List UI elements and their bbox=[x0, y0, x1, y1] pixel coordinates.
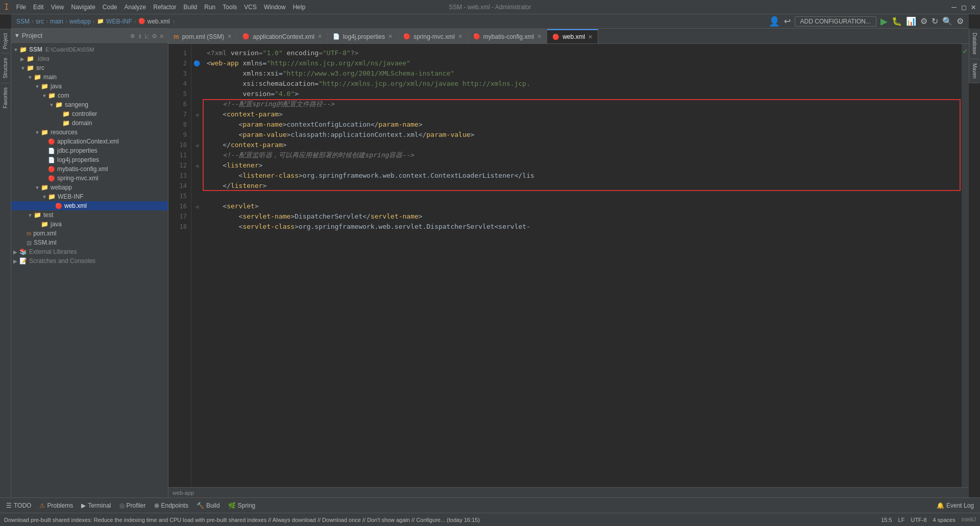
tree-item-pom[interactable]: m pom.xml bbox=[11, 229, 168, 238]
breadcrumb-webxml[interactable]: 🔴web.xml bbox=[138, 18, 170, 25]
tree-item-main[interactable]: ▼ 📁 main bbox=[11, 73, 168, 82]
ide-brand: IntelliJ bbox=[962, 517, 976, 522]
tree-item-webxml[interactable]: 🔴 web.xml bbox=[11, 201, 168, 210]
menu-code[interactable]: Code bbox=[100, 3, 120, 12]
tab-webxml[interactable]: 🔴 web.xml ✕ bbox=[547, 29, 598, 43]
bottom-tab-spring[interactable]: 🌿 Spring bbox=[224, 500, 260, 511]
tree-item-log4j[interactable]: 📄 log4j.properties bbox=[11, 155, 168, 164]
profile-run-button[interactable]: 📊 bbox=[906, 16, 916, 26]
tree-item-test-java[interactable]: 📁 java bbox=[11, 220, 168, 229]
tree-item-appctx[interactable]: 🔴 applicationContext.xml bbox=[11, 137, 168, 146]
expand-all-icon[interactable]: ↕ bbox=[138, 32, 142, 40]
project-tab[interactable]: Project bbox=[1, 29, 10, 53]
cursor-position[interactable]: 15:5 bbox=[881, 517, 892, 523]
breadcrumb-webinf[interactable]: 📁WEB-INF bbox=[97, 18, 132, 25]
menu-refactor[interactable]: Refactor bbox=[150, 3, 179, 12]
tab-log4j-close[interactable]: ✕ bbox=[388, 33, 393, 40]
tree-item-src[interactable]: ▼ 📁 src bbox=[11, 63, 168, 73]
terminal-label: Terminal bbox=[88, 502, 111, 509]
code-content[interactable]: <?xml version="1.0" encoding="UTF-8"?> <… bbox=[203, 44, 962, 487]
menu-run[interactable]: Run bbox=[201, 3, 218, 12]
tree-item-jdbc[interactable]: 📄 jdbc.properties bbox=[11, 146, 168, 155]
maven-tab[interactable]: Maven bbox=[970, 59, 979, 83]
tree-item-sangeng[interactable]: ▼ 📁 sangeng bbox=[11, 100, 168, 109]
tree-item-ssmiml[interactable]: ▤ SSM.iml bbox=[11, 238, 168, 247]
bottom-tab-todo[interactable]: ☰ TODO bbox=[2, 500, 35, 511]
breadcrumb-ssm[interactable]: SSM bbox=[16, 18, 30, 25]
database-tab[interactable]: Database bbox=[970, 29, 979, 59]
project-close-icon[interactable]: ✕ bbox=[160, 32, 164, 40]
bottom-tab-profiler[interactable]: ◎ Profiler bbox=[115, 500, 150, 511]
minimize-button[interactable]: — bbox=[951, 2, 957, 12]
settings-icon[interactable]: ⚙ bbox=[957, 16, 964, 26]
tree-item-springmvc[interactable]: 🔴 spring-mvc.xml bbox=[11, 174, 168, 183]
event-log-button[interactable]: 🔔 Event Log bbox=[933, 500, 978, 511]
profile-icon[interactable]: 👤 bbox=[769, 16, 780, 27]
add-config-button[interactable]: ADD CONFIGURATION... bbox=[795, 16, 876, 27]
tree-item-test[interactable]: ▼ 📁 test bbox=[11, 210, 168, 220]
breadcrumb-webapp[interactable]: webapp bbox=[69, 18, 91, 25]
menu-edit[interactable]: Edit bbox=[30, 3, 47, 12]
maximize-button[interactable]: □ bbox=[962, 3, 966, 11]
tab-webxml-close[interactable]: ✕ bbox=[588, 34, 593, 40]
tree-item-mybatis[interactable]: 🔴 mybatis-config.xml bbox=[11, 164, 168, 174]
menu-analyze[interactable]: Analyze bbox=[121, 3, 150, 12]
bottom-tab-terminal[interactable]: ▶ Terminal bbox=[77, 500, 115, 511]
debug-button[interactable]: 🐛 bbox=[892, 16, 902, 26]
run-config-button[interactable]: ⚙ bbox=[920, 16, 927, 26]
menu-file[interactable]: File bbox=[13, 3, 29, 12]
menu-build[interactable]: Build bbox=[181, 3, 201, 12]
tab-appctx[interactable]: 🔴 applicationContext.xml ✕ bbox=[237, 29, 328, 43]
tab-mybatis-close[interactable]: ✕ bbox=[537, 33, 542, 40]
update-button[interactable]: ↻ bbox=[932, 16, 938, 26]
encoding[interactable]: UTF-8 bbox=[911, 517, 926, 523]
project-settings-icon[interactable]: ⚙ bbox=[152, 32, 156, 40]
bottom-tab-build[interactable]: 🔨 Build bbox=[192, 500, 224, 511]
close-button[interactable]: ✕ bbox=[971, 2, 976, 12]
tree-item-java[interactable]: ▼ 📁 java bbox=[11, 82, 168, 91]
tree-item-com[interactable]: ▼ 📁 com bbox=[11, 91, 168, 100]
indent-spaces[interactable]: 4 spaces bbox=[933, 517, 955, 523]
menu-vcs[interactable]: VCS bbox=[241, 3, 260, 12]
tab-pom-close[interactable]: ✕ bbox=[227, 33, 232, 40]
breadcrumb-main[interactable]: main bbox=[50, 18, 63, 25]
bottom-tab-endpoints[interactable]: ⊕ Endpoints bbox=[150, 500, 192, 511]
menu-window[interactable]: Window bbox=[261, 3, 289, 12]
line-separator[interactable]: LF bbox=[898, 517, 905, 523]
tree-item-webinf[interactable]: ▼ 📁 WEB-INF bbox=[11, 192, 168, 201]
tree-item-external-libs[interactable]: ▶ 📚 External Libraries bbox=[11, 247, 168, 256]
code-line-10: </context-param> bbox=[207, 140, 958, 150]
build-icon: 🔨 bbox=[197, 502, 204, 509]
tab-pom[interactable]: m pom.xml (SSM) ✕ bbox=[168, 29, 237, 43]
structure-tab[interactable]: Structure bbox=[1, 53, 10, 83]
tab-springmvc-close[interactable]: ✕ bbox=[458, 33, 462, 40]
tree-item-webapp[interactable]: ▼ 📁 webapp bbox=[11, 183, 168, 192]
collapse-all-icon[interactable]: ⟀ bbox=[145, 32, 149, 40]
code-line-18: <servlet-class>org.springframework.web.s… bbox=[207, 222, 958, 232]
search-everywhere-icon[interactable]: 🔍 bbox=[942, 16, 952, 26]
locate-file-icon[interactable]: ⊕ bbox=[130, 32, 134, 40]
bottom-tab-problems[interactable]: ⚠ Problems bbox=[35, 500, 77, 511]
code-editor[interactable]: 1 2 3 4 5 6 7 8 9 10 11 12 13 14 15 16 1… bbox=[168, 44, 969, 487]
breadcrumb-src[interactable]: src bbox=[36, 18, 44, 25]
tree-item-controller[interactable]: 📁 controller bbox=[11, 109, 168, 118]
tree-item-ssm[interactable]: ▼ 📁 SSM E:\Code\IDEA\SSM bbox=[11, 45, 168, 54]
favorites-tab[interactable]: Favorites bbox=[1, 83, 10, 112]
tab-mybatis[interactable]: 🔴 mybatis-config.xml ✕ bbox=[468, 29, 547, 43]
menu-tools[interactable]: Tools bbox=[219, 3, 240, 12]
tree-item-scratches[interactable]: ▶ 📝 Scratches and Consoles bbox=[11, 256, 168, 266]
menu-help[interactable]: Help bbox=[290, 3, 309, 12]
code-line-17: <servlet-name>DispatcherServlet</servlet… bbox=[207, 211, 958, 222]
run-button[interactable]: ▶ bbox=[880, 16, 888, 27]
tree-item-domain[interactable]: 📁 domain bbox=[11, 118, 168, 128]
tab-appctx-close[interactable]: ✕ bbox=[317, 33, 322, 40]
tab-log4j[interactable]: 📄 log4j.properties ✕ bbox=[328, 29, 398, 43]
navigate-back-icon[interactable]: ↩ bbox=[784, 16, 791, 26]
menu-navigate[interactable]: Navigate bbox=[68, 3, 98, 12]
menu-view[interactable]: View bbox=[48, 3, 67, 12]
tree-item-idea[interactable]: ▶ 📁 .idea bbox=[11, 54, 168, 63]
tab-springmvc[interactable]: 🔴 spring-mvc.xml ✕ bbox=[398, 29, 468, 43]
project-dropdown-icon[interactable]: ▼ bbox=[15, 32, 19, 39]
breadcrumb-sep4: › bbox=[93, 18, 95, 25]
tree-item-resources[interactable]: ▼ 📁 resources bbox=[11, 128, 168, 137]
